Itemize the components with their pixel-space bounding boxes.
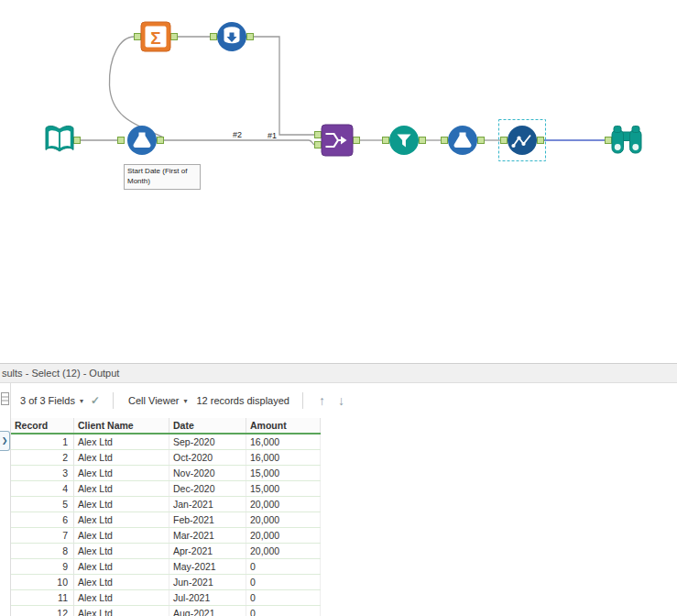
cell[interactable]: 8 <box>11 543 74 558</box>
cell[interactable]: Nov-2020 <box>169 465 246 480</box>
output-anchor[interactable] <box>354 138 360 144</box>
expand-chevron-icon[interactable]: ❯ <box>0 431 10 451</box>
input-anchor[interactable] <box>118 138 125 144</box>
column-header[interactable]: Record <box>11 418 74 434</box>
output-anchor[interactable] <box>478 138 485 144</box>
cell[interactable]: 15,000 <box>246 480 321 496</box>
connection-formula-join[interactable] <box>164 140 315 145</box>
cell[interactable]: Alex Ltd <box>74 543 169 558</box>
cell[interactable]: Alex Ltd <box>74 449 169 465</box>
browse-tool[interactable] <box>606 126 642 154</box>
table-row[interactable]: 4Alex LtdDec-202015,000 <box>11 480 321 496</box>
cell[interactable]: 3 <box>11 465 74 480</box>
connection-generaterows-join[interactable] <box>254 37 315 135</box>
grid-view-icon[interactable] <box>1 392 9 405</box>
output-anchor[interactable] <box>74 138 81 144</box>
input-anchor[interactable] <box>501 138 508 144</box>
cell[interactable]: Alex Ltd <box>74 605 169 616</box>
output-anchor[interactable] <box>247 34 254 40</box>
cell[interactable]: 4 <box>11 480 74 496</box>
fields-dropdown[interactable]: 3 of 3 Fields ▾ <box>15 392 89 409</box>
cell[interactable]: 11 <box>11 589 74 605</box>
table-row[interactable]: 2Alex LtdOct-202016,000 <box>11 449 321 465</box>
table-row[interactable]: 6Alex LtdFeb-202120,000 <box>11 512 321 527</box>
select-tool[interactable] <box>501 126 544 155</box>
cell[interactable]: Oct-2020 <box>169 449 246 465</box>
cell[interactable]: Apr-2021 <box>169 543 246 558</box>
cell[interactable]: 12 <box>11 605 74 616</box>
cell[interactable]: 0 <box>246 558 321 574</box>
output-anchor[interactable] <box>171 34 178 40</box>
cell[interactable]: Alex Ltd <box>74 527 169 543</box>
table-row[interactable]: 1Alex LtdSep-202016,000 <box>11 434 321 449</box>
generate-rows-tool[interactable] <box>211 22 254 51</box>
table-row[interactable]: 9Alex LtdMay-20210 <box>11 558 321 574</box>
cell[interactable]: Alex Ltd <box>74 574 169 589</box>
workflow-canvas[interactable]: #2 #1 Σ <box>0 0 677 363</box>
input-anchor[interactable] <box>442 138 448 144</box>
cell[interactable]: 0 <box>246 589 321 605</box>
table-row[interactable]: 12Alex LtdAug-20210 <box>11 605 321 616</box>
cell[interactable]: Alex Ltd <box>74 465 169 480</box>
table-row[interactable]: 5Alex LtdJan-202120,000 <box>11 496 321 512</box>
cell[interactable]: Alex Ltd <box>74 589 169 605</box>
input-anchor[interactable] <box>606 138 612 144</box>
summarize-tool[interactable]: Σ <box>135 22 178 51</box>
input-anchor-left[interactable] <box>315 132 322 138</box>
results-titlebar[interactable]: sults - Select (12) - Output <box>0 363 677 383</box>
cell[interactable]: 10 <box>11 574 74 589</box>
input-anchor[interactable] <box>211 34 217 40</box>
output-anchor[interactable] <box>538 138 544 144</box>
tool-annotation[interactable]: Start Date (First of Month) <box>124 164 201 190</box>
table-row[interactable]: 7Alex LtdMar-202120,000 <box>11 527 321 543</box>
cell[interactable]: Alex Ltd <box>74 434 169 449</box>
cell[interactable]: 20,000 <box>246 512 321 527</box>
output-anchor[interactable] <box>420 138 426 144</box>
input-anchor[interactable] <box>135 34 141 40</box>
cell[interactable]: Sep-2020 <box>169 434 246 449</box>
cell[interactable]: 20,000 <box>246 496 321 512</box>
column-header[interactable]: Date <box>169 418 246 434</box>
table-row[interactable]: 10Alex LtdJun-20210 <box>11 574 321 589</box>
table-row[interactable]: 8Alex LtdApr-202120,000 <box>11 543 321 558</box>
cell[interactable]: May-2021 <box>169 558 246 574</box>
cell[interactable]: Jun-2021 <box>169 574 246 589</box>
cell[interactable]: 16,000 <box>246 449 321 465</box>
cell[interactable]: 2 <box>11 449 74 465</box>
cell[interactable]: Alex Ltd <box>74 496 169 512</box>
cell[interactable]: Dec-2020 <box>169 480 246 496</box>
cell[interactable]: Alex Ltd <box>74 480 169 496</box>
column-header[interactable]: Client Name <box>74 418 169 434</box>
cell[interactable]: 15,000 <box>246 465 321 480</box>
output-anchor[interactable] <box>158 138 164 144</box>
formula-tool-2[interactable] <box>442 126 485 155</box>
cell[interactable]: 16,000 <box>246 434 321 449</box>
cell[interactable]: 6 <box>11 512 74 527</box>
input-anchor-right[interactable] <box>315 142 322 148</box>
cell[interactable]: Aug-2021 <box>169 605 246 616</box>
cell[interactable]: Jul-2021 <box>169 589 246 605</box>
cell[interactable]: 5 <box>11 496 74 512</box>
cell[interactable]: 1 <box>11 434 74 449</box>
cell[interactable]: 20,000 <box>246 543 321 558</box>
formula-tool[interactable] <box>118 126 164 155</box>
cell[interactable]: 9 <box>11 558 74 574</box>
filter-tool[interactable] <box>383 126 426 155</box>
up-arrow-icon[interactable]: ↑ <box>319 393 325 408</box>
join-tool[interactable] <box>315 125 360 156</box>
table-row[interactable]: 3Alex LtdNov-202015,000 <box>11 465 321 480</box>
cell[interactable]: 20,000 <box>246 527 321 543</box>
cell[interactable]: 7 <box>11 527 74 543</box>
table-row[interactable]: 11Alex LtdJul-20210 <box>11 589 321 605</box>
input-data-tool[interactable] <box>46 126 81 151</box>
cell[interactable]: Mar-2021 <box>169 527 246 543</box>
cell[interactable]: Jan-2021 <box>169 496 246 512</box>
cell-viewer-dropdown[interactable]: Cell Viewer ▾ <box>123 392 192 409</box>
down-arrow-icon[interactable]: ↓ <box>338 393 344 408</box>
cell[interactable]: Alex Ltd <box>74 512 169 527</box>
cell[interactable]: Feb-2021 <box>169 512 246 527</box>
apply-check-icon[interactable]: ✓ <box>91 394 100 407</box>
cell[interactable]: 0 <box>246 574 321 589</box>
input-anchor[interactable] <box>383 138 389 144</box>
cell[interactable]: Alex Ltd <box>74 558 169 574</box>
